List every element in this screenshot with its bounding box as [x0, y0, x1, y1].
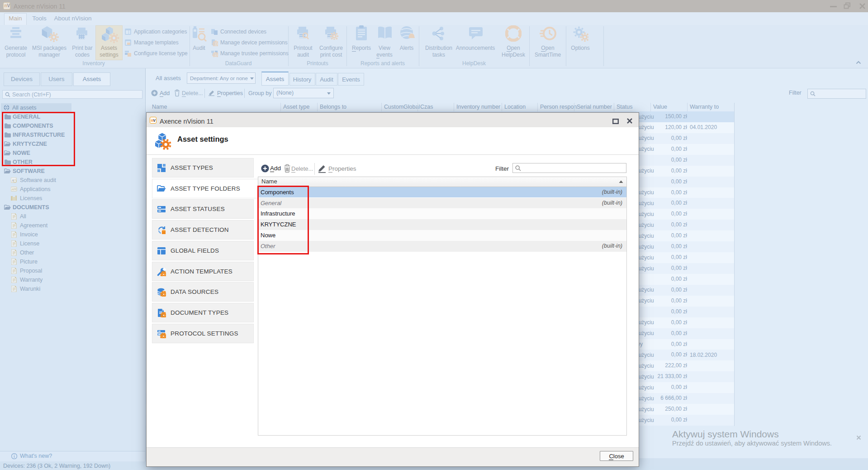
svg-text:APP: APP [12, 188, 17, 191]
